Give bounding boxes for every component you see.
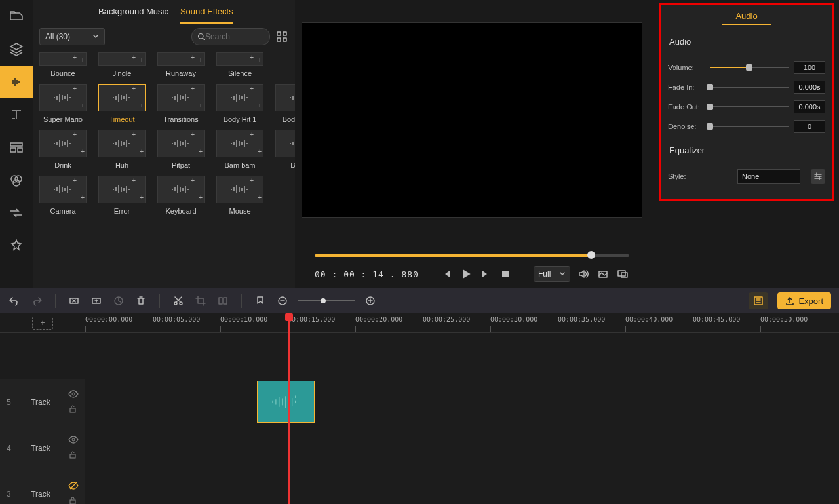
sound-item[interactable]: ++Drink <box>39 130 87 169</box>
fadeout-value[interactable]: 0.000s <box>794 100 825 113</box>
rail-audio-icon[interactable] <box>0 66 33 98</box>
volume-icon[interactable] <box>577 267 590 281</box>
ruler-tick: 00:00:10.000 <box>220 316 267 323</box>
denoise-value[interactable]: 0 <box>794 120 825 133</box>
sound-label: Mouse <box>216 207 263 215</box>
rail-layers-icon[interactable] <box>0 33 33 66</box>
track-name: Track <box>31 490 50 499</box>
sound-item[interactable]: ++Super Mario <box>39 84 87 123</box>
sound-item[interactable]: ++Jingle <box>98 52 146 77</box>
split-remove-button[interactable] <box>68 294 81 307</box>
track-lock-icon[interactable] <box>68 450 79 461</box>
split-add-button[interactable] <box>90 294 103 307</box>
volume-value[interactable]: 100 <box>794 61 825 74</box>
playback-scrubber[interactable] <box>315 249 629 262</box>
play-button[interactable] <box>459 267 473 281</box>
ruler-tick: 00:00:15.000 <box>288 316 335 323</box>
fullscreen-icon[interactable] <box>616 267 629 281</box>
svg-rect-116 <box>224 298 227 304</box>
zoom-slider[interactable] <box>298 296 355 305</box>
sound-label: Bam bam <box>216 161 263 169</box>
rail-media-icon[interactable] <box>0 0 33 33</box>
svg-rect-133 <box>70 454 75 458</box>
ruler-tick: 00:00:45.000 <box>693 316 740 323</box>
track-body[interactable]: ++ <box>85 379 839 425</box>
sound-item[interactable]: ++Body Hit 1 <box>216 84 263 123</box>
eq-settings-icon[interactable] <box>811 169 825 184</box>
sound-item[interactable]: ++Bam bam <box>216 130 263 169</box>
video-preview[interactable] <box>302 22 642 218</box>
tab-sound-effects[interactable]: Sound Effects <box>180 7 233 24</box>
sound-item[interactable]: ++Silence <box>216 52 263 77</box>
rail-text-icon[interactable] <box>0 98 33 131</box>
rail-template-icon[interactable] <box>0 131 33 164</box>
add-track-button[interactable]: + <box>32 317 53 330</box>
render-button[interactable] <box>112 294 125 307</box>
delete-button[interactable] <box>134 294 147 307</box>
category-select[interactable]: All (30) <box>39 28 105 45</box>
timeline-ruler[interactable]: + 00:00:00.00000:00:05.00000:00:10.00000… <box>0 313 839 333</box>
stop-button[interactable] <box>499 267 512 281</box>
search-input-wrap[interactable] <box>191 28 270 45</box>
svg-rect-4 <box>277 32 281 35</box>
track-visibility-icon[interactable] <box>68 435 79 446</box>
sound-item[interactable]: ++Keyboard <box>157 176 205 215</box>
project-settings-button[interactable] <box>749 292 768 309</box>
sound-item[interactable]: ++Bounce <box>39 52 87 77</box>
ruler-tick: 00:00:20.000 <box>355 316 402 323</box>
track-name: Track <box>31 398 50 407</box>
sound-item[interactable]: ++Camera <box>39 176 87 215</box>
track-body[interactable] <box>85 471 839 504</box>
redo-button[interactable] <box>30 294 43 307</box>
audio-clip[interactable]: ++ <box>257 381 315 423</box>
sound-item[interactable]: ++Runaway <box>157 52 205 77</box>
sound-item[interactable]: ++Body Hit 2 <box>275 84 295 123</box>
preview-size-select[interactable]: Full <box>534 266 570 282</box>
sound-item[interactable]: ++Timeout <box>98 84 146 123</box>
track-lock-icon[interactable] <box>68 496 79 505</box>
track-body[interactable] <box>85 425 839 471</box>
rail-transition-icon[interactable] <box>0 197 33 229</box>
export-button[interactable]: Export <box>777 292 831 309</box>
denoise-slider[interactable] <box>710 122 789 131</box>
crop-button[interactable] <box>194 294 207 307</box>
ruler-tick: 00:00:35.000 <box>558 316 605 323</box>
sound-item[interactable]: ++Mouse <box>216 176 263 215</box>
fadeout-slider[interactable] <box>710 102 789 111</box>
rail-effects-icon[interactable] <box>0 164 33 197</box>
tab-background-music[interactable]: Background Music <box>98 7 168 24</box>
volume-slider[interactable] <box>710 63 789 72</box>
grid-view-icon[interactable] <box>275 30 288 43</box>
playhead[interactable] <box>288 313 290 504</box>
zoom-out-button[interactable] <box>276 294 289 307</box>
search-input[interactable] <box>205 32 258 41</box>
marker-button[interactable] <box>254 294 267 307</box>
eq-style-select[interactable]: None <box>737 169 800 184</box>
rail-element-icon[interactable] <box>0 229 33 262</box>
zoom-in-button[interactable] <box>364 294 377 307</box>
track-visibility-icon[interactable] <box>68 481 79 492</box>
media-tabs: Background Music Sound Effects <box>33 0 295 24</box>
snapshot-icon[interactable] <box>596 267 610 281</box>
sound-grid: ++Bounce++Jingle++Runaway++Silence++Supe… <box>33 50 295 222</box>
audio-panel-tab[interactable]: Audio <box>668 9 825 28</box>
sound-item[interactable]: ++Transitions <box>157 84 205 123</box>
cut-button[interactable] <box>172 294 185 307</box>
track-head: 4Track <box>0 425 85 471</box>
speed-button[interactable] <box>216 294 229 307</box>
fadein-value[interactable]: 0.000s <box>794 81 825 94</box>
undo-button[interactable] <box>8 294 21 307</box>
track-lock-icon[interactable] <box>68 404 79 416</box>
fadein-slider[interactable] <box>710 83 789 92</box>
sound-item[interactable]: ++Error <box>98 176 146 215</box>
sound-item[interactable]: ++Huh <box>98 130 146 169</box>
sound-item[interactable]: ++Beep <box>275 130 295 169</box>
svg-text:+: + <box>294 394 296 400</box>
ruler-tick: 00:00:40.000 <box>625 316 673 323</box>
sound-item[interactable]: ++Pitpat <box>157 130 205 169</box>
next-frame-button[interactable] <box>479 267 492 281</box>
track-visibility-icon[interactable] <box>68 389 79 400</box>
sound-thumb: ++ <box>39 130 87 157</box>
svg-rect-6 <box>277 38 281 41</box>
prev-frame-button[interactable] <box>440 267 453 281</box>
